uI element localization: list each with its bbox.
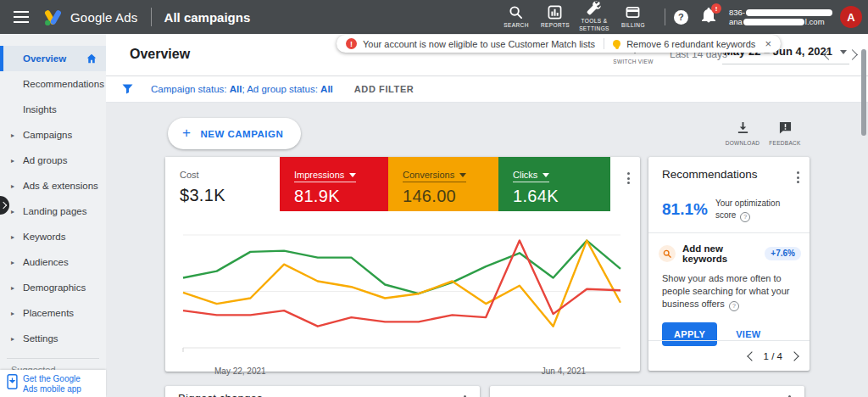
recommendation-description: Show your ads more often to people searc… [648,264,810,312]
notification-text[interactable]: Remove 6 redundant keywords [626,39,755,49]
expand-arrow-icon: ▸ [11,208,14,215]
sidebar-item-ads-extensions[interactable]: ▸Ads & extensions [0,173,106,198]
sidebar-item-label: Recommendations [23,79,104,89]
next-recommendation-icon[interactable] [789,351,798,361]
google-ads-logo-icon [43,8,63,26]
metric-label: Cost [180,170,199,182]
optimization-score-value: 81.1% [662,200,708,219]
line-chart [181,220,625,362]
prev-recommendation-icon[interactable] [747,351,756,361]
tools-settings-label: TOOLS & SETTINGS [576,18,613,33]
card-menu-icon[interactable] [785,392,794,397]
secondary-card [490,386,804,397]
mobile-app-promo[interactable]: Get the Google Ads mobile app [0,370,106,397]
sidebar-item-landing-pages[interactable]: ▸Landing pages [0,198,106,224]
metric-conversions[interactable]: Conversions 146.00 [388,157,498,211]
metric-impressions[interactable]: Impressions 81.9K [280,157,388,211]
reports-label: REPORTS [537,22,574,30]
notification-divider [604,38,604,49]
feedback-label: FEEDBACK [759,140,811,146]
sidebar-item-demographics[interactable]: ▸Demographics [0,275,106,300]
series-clicks [183,241,620,294]
new-campaign-button[interactable]: + NEW CAMPAIGN [168,118,301,149]
lightbulb-icon [613,40,620,48]
metric-value: 1.64K [513,187,610,206]
plus-icon: + [182,125,191,142]
card-menu-icon[interactable] [460,392,470,397]
feedback-icon [779,121,792,134]
search-button[interactable]: SEARCH [497,5,536,30]
account-info[interactable]: 836- anal.com [729,8,833,26]
sidebar-item-label: Placements [23,308,74,318]
biggest-changes-card: Biggest changes [165,386,480,397]
sidebar-item-overview[interactable]: Overview [0,46,106,71]
expand-arrow-icon: ▸ [11,259,14,266]
sidebar-item-label: Settings [23,333,58,344]
expand-arrow-icon: ▸ [11,335,14,343]
active-filters[interactable]: Campaign status: All; Ad group status: A… [151,84,333,94]
sidebar-item-audiences[interactable]: ▸Audiences [0,249,106,275]
help-tooltip-icon[interactable]: ? [740,212,750,222]
sidebar-item-label: Campaigns [23,130,72,140]
sidebar-item-placements[interactable]: ▸Placements [0,300,106,326]
notification-badge: ! [711,3,721,14]
chevron-right-icon [0,201,7,208]
topbar-divider [665,8,665,25]
sidebar-item-label: Insights [23,104,57,115]
x-axis-end-label: Jun 4, 2021 [542,366,586,376]
billing-label: BILLING [615,22,652,30]
menu-icon[interactable] [14,16,29,18]
reports-icon [548,5,562,20]
help-tooltip-icon[interactable]: ? [729,301,739,311]
metric-clicks[interactable]: Clicks 1.64K [498,157,610,211]
scrollbar-thumb[interactable] [861,49,866,136]
help-button[interactable]: ? [674,10,688,25]
recommendations-menu-icon[interactable] [793,168,803,187]
metric-value: 146.00 [403,187,498,206]
expand-arrow-icon: ▸ [11,284,14,292]
sidebar-item-settings[interactable]: ▸Settings [0,326,106,351]
side-navigation: OverviewRecommendationsInsights▸Campaign… [0,34,106,397]
close-icon[interactable]: × [765,38,771,49]
reports-button[interactable]: REPORTS [536,5,575,30]
redaction-blob [746,9,832,16]
filter-bar: Campaign status: All; Ad group status: A… [106,76,868,103]
topbar-divider [151,8,152,26]
sidebar-item-recommendations[interactable]: Recommendations [0,71,106,97]
sidebar-item-keywords[interactable]: ▸Keywords [0,224,106,249]
sidebar-item-label: Audiences [23,257,69,267]
metric-label: Clicks [513,170,549,182]
card-title: Biggest changes [178,392,263,397]
sidebar-item-campaigns[interactable]: ▸Campaigns [0,122,106,148]
sidebar-item-ad-groups[interactable]: ▸Ad groups [0,148,106,173]
notification-text[interactable]: Your account is now eligible to use Cust… [363,39,595,49]
expand-arrow-icon: ▸ [11,157,14,165]
google-ads-logo-icon[interactable] [43,8,63,26]
redaction-blob [743,19,804,25]
tools-settings-button[interactable]: TOOLS & SETTINGS [575,1,614,33]
page-title: Overview [130,47,190,62]
mobile-app-promo-text: Ads mobile app [23,384,81,394]
notifications-button[interactable]: ! [702,8,715,26]
x-axis-start-label: May 22, 2021 [214,366,266,376]
sidebar-item-insights[interactable]: Insights [0,97,106,122]
metric-cost[interactable]: Cost $3.1K [165,157,280,211]
chevron-down-icon [840,50,847,54]
view-button[interactable]: VIEW [736,329,760,339]
recommendation-item-title[interactable]: Add new keywords [682,243,765,264]
search-icon [509,5,523,20]
sidebar-item-label: Overview [23,53,66,64]
expand-arrow-icon: ▸ [11,233,14,241]
metric-label: Impressions [294,170,356,182]
sidebar-item-label: Demographics [23,282,86,293]
metric-selector-row: Cost $3.1K Impressions 81.9K Conversions… [165,157,640,211]
metric-label: Conversions [403,170,466,182]
chart-card-menu-icon[interactable] [624,169,633,211]
billing-button[interactable]: BILLING [614,5,653,30]
avatar[interactable]: A [840,6,862,28]
feedback-button[interactable]: FEEDBACK [759,121,811,146]
metric-value: $3.1K [180,186,280,205]
keyword-search-icon [659,245,676,262]
uplift-badge: +7.6% [765,247,801,260]
add-filter-button[interactable]: ADD FILTER [354,84,415,94]
